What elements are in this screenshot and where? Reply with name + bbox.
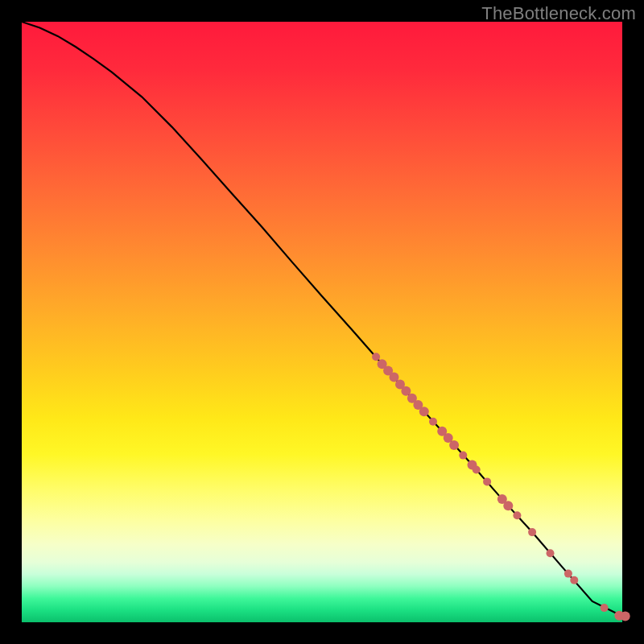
heat-background — [22, 22, 622, 622]
watermark-text: TheBottleneck.com — [481, 3, 636, 24]
chart-stage: TheBottleneck.com — [0, 0, 644, 644]
